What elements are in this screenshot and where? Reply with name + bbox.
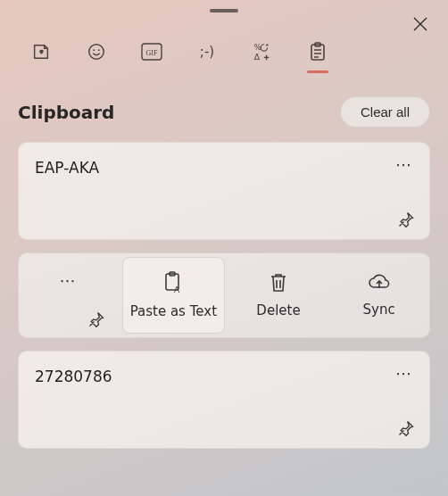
svg-text:Δ: Δ <box>254 52 261 62</box>
item-pin-button[interactable] <box>397 419 415 437</box>
emoji-icon <box>87 42 106 62</box>
clear-all-button[interactable]: Clear all <box>340 96 430 128</box>
tab-symbols[interactable]: % Δ <box>248 37 277 66</box>
trash-icon <box>269 272 288 293</box>
item-more-button[interactable]: ⋯ <box>395 364 413 383</box>
close-icon <box>413 17 427 31</box>
svg-point-0 <box>89 45 104 60</box>
close-button[interactable] <box>407 11 434 37</box>
pin-icon <box>397 211 415 228</box>
tab-gif[interactable]: GIF <box>137 37 166 66</box>
item-more-button[interactable]: ⋯ <box>395 155 413 174</box>
clipboard-icon <box>309 42 327 62</box>
sync-button[interactable]: Sync <box>328 253 429 337</box>
symbols-icon: % Δ <box>253 42 272 62</box>
clipboard-item[interactable]: EAP-AKA ⋯ <box>18 142 430 240</box>
svg-point-2 <box>98 49 100 51</box>
svg-text:GIF: GIF <box>146 49 158 57</box>
tab-kaomoji[interactable]: ;-) <box>193 37 221 66</box>
action-label: Delete <box>256 302 300 318</box>
sticker-icon <box>31 42 51 62</box>
clipboard-item[interactable]: 27280786 ⋯ <box>18 351 430 449</box>
svg-point-1 <box>93 49 95 51</box>
drag-handle[interactable] <box>18 0 430 12</box>
item-collapsed-preview[interactable]: ⋯ <box>19 253 119 337</box>
item-pin-button[interactable] <box>397 211 415 228</box>
cloud-sync-icon <box>367 273 392 293</box>
clipboard-item-text: 27280786 <box>35 368 413 385</box>
input-panel: GIF ;-) % Δ Clipboard Clear all EAP-A <box>0 0 448 496</box>
paste-as-text-button[interactable]: A Paste as Text <box>122 257 225 334</box>
clipboard-item-text: EAP-AKA <box>35 159 413 177</box>
kaomoji-icon: ;-) <box>200 44 214 60</box>
item-actions-row: ⋯ A Paste as Text Delete <box>18 252 430 338</box>
section-title: Clipboard <box>18 102 114 123</box>
tab-emoji[interactable] <box>82 37 111 66</box>
tab-clipboard[interactable] <box>303 37 332 66</box>
tab-stickers[interactable] <box>27 37 55 66</box>
item-pin-button[interactable] <box>87 310 105 328</box>
action-label: Paste as Text <box>130 303 217 319</box>
action-label: Sync <box>363 302 395 318</box>
gif-icon: GIF <box>141 43 162 61</box>
section-header: Clipboard Clear all <box>18 96 430 128</box>
pin-icon <box>397 419 415 437</box>
item-more-button[interactable]: ⋯ <box>60 271 78 290</box>
paste-text-icon: A <box>162 271 184 294</box>
category-tabs: GIF ;-) % Δ <box>18 12 430 75</box>
svg-text:A: A <box>174 285 180 294</box>
pin-icon <box>87 310 105 328</box>
delete-button[interactable]: Delete <box>228 253 329 337</box>
